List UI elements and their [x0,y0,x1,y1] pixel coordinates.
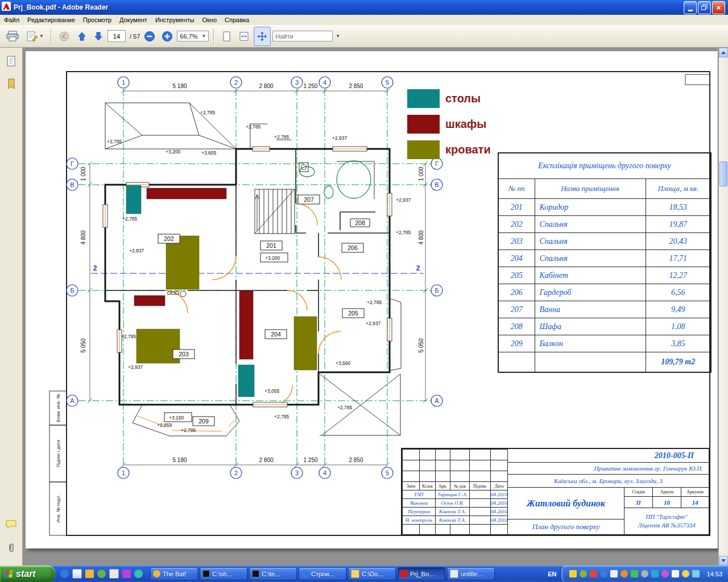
tray-icon[interactable] [641,570,648,577]
legend-row: столы [407,89,521,108]
bookmarks-panel-button[interactable] [3,76,19,92]
quick-launch-icon-3[interactable] [85,569,94,578]
tray-icon[interactable] [610,570,618,577]
tray-icon[interactable] [580,570,587,577]
order-text: Приватне замовлення гр. Гончарук Ю.П. [507,463,709,475]
svg-text:205: 205 [348,310,358,317]
zoom-out-button[interactable] [142,27,158,45]
pages-panel-button[interactable] [3,53,19,69]
taskbar-clock[interactable]: 14:53 [706,571,722,577]
quick-launch-icon-6[interactable] [122,569,131,578]
svg-text:2: 2 [234,469,238,476]
quick-launch-icon-7[interactable] [134,569,143,578]
quick-launch-icon-5[interactable] [109,569,119,579]
address-text: Київська обл., м. Бровари, вул. Злагоди,… [507,475,709,488]
restore-button[interactable] [698,1,711,14]
folder-icon [351,569,359,578]
quick-launch-icon-1[interactable] [60,569,69,578]
total-area: 109,79 m2 [646,352,711,373]
tray-icon[interactable] [692,570,700,577]
tray-icon[interactable] [651,570,659,577]
single-page-view-button[interactable] [218,27,234,45]
svg-text:1: 1 [122,469,125,476]
attachments-panel-button[interactable] [3,541,19,556]
scroll-down-button[interactable] [719,556,728,566]
svg-text:207: 207 [304,196,314,203]
page-number-input[interactable] [107,30,126,42]
previous-view-button[interactable] [56,27,73,45]
bath-fixtures [299,161,374,199]
svg-text:+2,959: +2,959 [157,422,172,428]
document-icon [450,569,458,578]
menu-help[interactable]: Справка [221,15,253,24]
find-dropdown-arrow-icon[interactable]: ▼ [336,34,340,39]
svg-text:+3,200: +3,200 [166,149,181,155]
tray-icon[interactable] [661,570,669,577]
svg-text:Взам. инв. №: Взам. инв. № [56,394,61,422]
svg-text:А: А [435,397,439,404]
task-button-cdo[interactable]: C:\Do... [348,567,396,580]
zoom-in-button[interactable] [159,27,175,45]
zoom-level-select[interactable]: 66,7% ▼ [177,31,209,41]
svg-text:Підпис і дата: Підпис і дата [56,439,61,467]
svg-text:2: 2 [416,264,420,272]
quick-launch-icon-2[interactable] [72,569,82,579]
task-button-csh[interactable]: C:\sh... [200,567,247,580]
svg-text:5 180: 5 180 [172,83,187,89]
print-button[interactable] [3,27,22,45]
menu-tools[interactable]: Инструменты [151,15,198,24]
tray-icon[interactable] [672,570,679,577]
toolbar-separator [51,28,51,44]
task-button-stroi[interactable]: Строи... [299,567,346,580]
language-indicator[interactable]: EN [548,571,556,577]
svg-text:2: 2 [93,264,97,272]
table-row: 209Балкон3,85 [498,335,711,352]
tray-icon[interactable] [682,570,689,577]
legend-label: столы [445,92,481,105]
menu-window[interactable]: Окно [198,15,221,24]
console-icon [202,570,210,577]
start-button[interactable]: start [0,566,55,582]
tray-icon[interactable] [600,570,607,577]
task-button-cte[interactable]: C:\te... [249,567,297,580]
signature-row: ГАПТаращан С.А.04.2010 [403,490,508,499]
title-bar: Prj_Book.pdf - Adobe Reader × [0,0,728,15]
task-button-prj-book[interactable]: Prj_Bo... [398,567,445,580]
menu-file[interactable]: Файл [0,15,23,24]
screen: Prj_Book.pdf - Adobe Reader × Файл Редак… [0,0,728,582]
tray-icon[interactable] [569,570,577,577]
tray-icon[interactable] [631,570,638,577]
close-button[interactable]: × [712,1,725,14]
svg-text:208: 208 [355,219,365,226]
wardrobe-symbol [147,188,226,199]
svg-text:2 800: 2 800 [259,83,273,89]
vertical-scrollbar[interactable] [718,48,728,566]
browser-icon [301,570,309,577]
pan-tool-button[interactable] [254,27,271,46]
sign-button[interactable]: ▼ [23,27,46,45]
menu-edit[interactable]: Редактирование [23,15,79,24]
svg-text:4: 4 [323,79,326,86]
comments-panel-button[interactable] [3,517,19,533]
tray-icon[interactable] [621,570,628,577]
fit-width-button[interactable] [236,27,252,45]
menu-document[interactable]: Документ [115,15,151,24]
dropdown-arrow-icon: ▼ [201,34,206,39]
scroll-up-button[interactable] [719,48,728,57]
previous-page-button[interactable] [75,27,89,45]
find-input[interactable] [272,31,333,41]
document-area[interactable]: Взам. инв. № Підпис і дата Инв. № подл. … [23,48,718,566]
tray-icon[interactable] [590,570,597,577]
table-row: 202Спальня19,87 [498,216,711,233]
task-button-untitled[interactable]: untitle... [447,567,495,580]
task-button-the-bat[interactable]: The Bat! [150,567,198,580]
quick-launch-icon-4[interactable] [97,569,106,578]
four-arrows-icon [257,31,268,42]
minimize-button[interactable] [684,1,697,14]
svg-text:А: А [70,397,75,404]
scrollbar-thumb[interactable] [719,161,727,186]
svg-text:+2,937: +2,937 [396,197,411,203]
menu-view[interactable]: Просмотр [79,15,115,24]
next-page-button[interactable] [91,27,106,45]
zoom-out-icon [144,31,155,42]
